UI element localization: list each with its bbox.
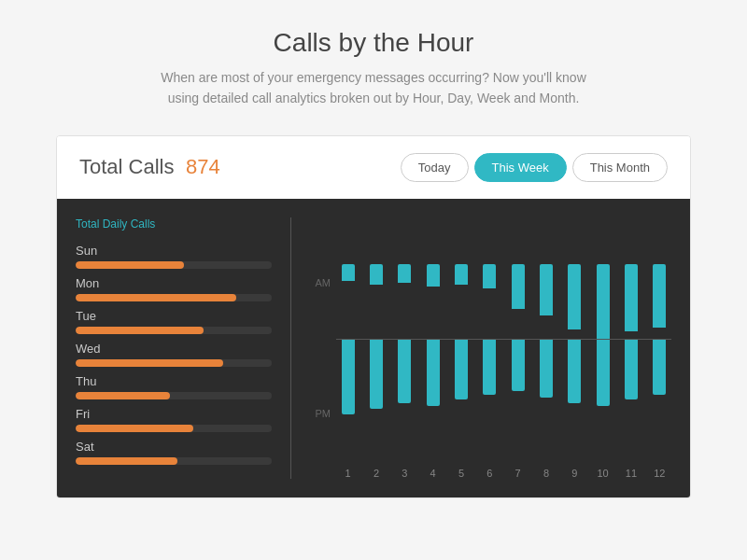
day-label: Tue [76,309,272,323]
day-bar-fill [76,425,193,432]
day-bar-fill [76,327,204,334]
day-bar-track [76,457,272,465]
hour-label: 10 [591,468,614,479]
am-bar [427,264,440,287]
am-label: AM [310,277,331,288]
day-label: Wed [76,342,272,356]
am-bars-row [336,264,671,339]
hour-label: 1 [336,468,359,479]
hour-label: 7 [506,468,529,479]
am-hour-item [393,264,416,339]
hour-label: 12 [648,468,671,479]
bars-and-labels: 123456789101112 [336,217,671,479]
am-bar [398,264,411,283]
pm-hour-item [534,340,557,414]
hour-label: 6 [478,468,501,479]
am-hour-item [534,264,557,339]
pm-bar [483,340,496,395]
day-row: Fri [76,407,272,432]
day-bar-fill [76,261,184,269]
tab-this-week[interactable]: This Week [474,153,567,182]
pm-hour-item [563,340,586,414]
day-bar-fill [76,457,177,465]
pm-bar [427,340,440,406]
am-hour-item [421,264,444,339]
hour-labels-row: 123456789101112 [336,468,671,479]
day-label: Fri [76,407,272,421]
day-bar-fill [76,392,170,399]
am-bar [597,264,610,339]
day-row: Tue [76,309,272,334]
page-subtitle: When are most of your emergency messages… [56,67,691,109]
pm-bar [342,340,355,414]
am-bars-container [336,217,671,340]
total-calls-label: Total Calls [79,155,174,178]
day-row: Sun [76,244,272,269]
pm-hour-item [648,340,671,414]
am-hour-item [449,264,472,339]
am-pm-col: AM PM [310,217,336,479]
tab-today[interactable]: Today [401,153,469,182]
page-title: Calls by the Hour [56,28,691,58]
left-panel-title: Total Daily Calls [76,217,272,231]
am-bar [653,264,666,328]
right-panel: AM PM 123456789101112 [301,217,671,479]
left-panel: Total Daily Calls SunMonTueWedThuFriSat [76,217,281,479]
pm-label: PM [310,408,331,419]
pm-hour-item [478,340,501,414]
am-bar [483,264,496,288]
total-calls-display: Total Calls 874 [79,155,220,179]
am-hour-item [478,264,501,339]
am-bar [540,264,553,315]
pm-bar [568,340,581,403]
day-row: Mon [76,276,272,301]
pm-hour-item [336,340,359,414]
chart-area: Total Daily Calls SunMonTueWedThuFriSat … [57,199,690,497]
pm-hour-item [364,340,388,414]
hour-label: 9 [563,468,586,479]
am-bar [370,264,383,285]
day-bar-fill [76,294,236,301]
card-header: Total Calls 874 Today This Week This Mon… [57,136,690,199]
day-row: Wed [76,342,272,367]
am-bar [342,264,355,281]
am-hour-item [336,264,359,339]
am-hour-item [563,264,586,339]
pm-bars-row [336,340,671,414]
pm-hour-item [393,340,416,414]
hour-label: 5 [449,468,472,479]
day-bar-track [76,294,272,301]
day-bar-fill [76,359,223,367]
pm-bar [455,340,468,399]
tab-this-month[interactable]: This Month [572,153,668,182]
hour-label: 11 [619,468,642,479]
am-bar [512,264,525,309]
pm-bar [597,340,610,406]
am-bar [625,264,638,331]
am-bar [568,264,581,329]
day-label: Sun [76,244,272,258]
days-container: SunMonTueWedThuFriSat [76,244,272,465]
day-label: Thu [76,374,272,388]
hour-label: 4 [421,468,444,479]
day-row: Thu [76,374,272,399]
pm-hour-item [421,340,444,414]
hour-label: 3 [393,468,416,479]
day-bar-track [76,425,272,432]
day-bar-track [76,392,272,399]
pm-bar [370,340,383,409]
day-label: Mon [76,276,272,290]
pm-bar [653,340,666,395]
total-calls-value: 874 [186,155,220,178]
pm-hour-item [506,340,529,414]
am-hour-item [619,264,642,339]
hour-label: 8 [534,468,557,479]
vertical-divider [290,217,291,479]
pm-hour-item [449,340,472,414]
pm-hour-item [619,340,642,414]
day-bar-track [76,359,272,367]
main-card: Total Calls 874 Today This Week This Mon… [56,135,691,498]
pm-bar [512,340,525,391]
pm-bar [625,340,638,399]
chart-inner: AM PM 123456789101112 [310,217,671,479]
